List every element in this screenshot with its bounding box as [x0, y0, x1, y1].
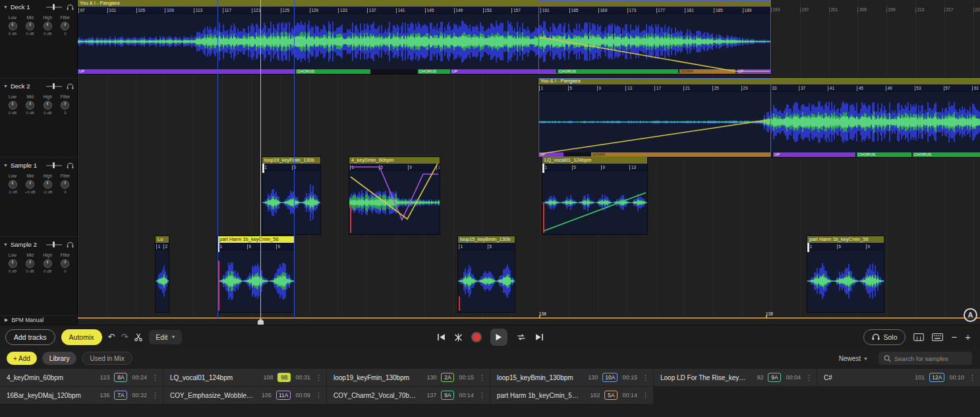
- section-title: Sample 1: [11, 162, 43, 169]
- more-menu-icon[interactable]: ⋮: [969, 373, 976, 382]
- sample-cell[interactable]: 4_keyDmin_60bpm1238A00:24⋮: [0, 369, 163, 386]
- loop-button[interactable]: [516, 333, 527, 341]
- more-menu-icon[interactable]: ⋮: [478, 391, 486, 400]
- mid-knob[interactable]: [26, 259, 34, 268]
- bar-number: 117: [223, 8, 231, 13]
- automix-button[interactable]: Automix: [61, 329, 102, 345]
- skip-to-start-button[interactable]: [437, 333, 446, 341]
- mid-knob[interactable]: [26, 101, 34, 110]
- fade-marker[interactable]: [350, 205, 351, 233]
- clip-sample2-partharm-b[interactable]: part Harm 1b_keyCmin_56159: [807, 236, 884, 312]
- skip-to-end-button[interactable]: [535, 333, 544, 341]
- filter-knob[interactable]: [61, 180, 69, 189]
- slider-thumb[interactable]: [53, 162, 55, 168]
- fade-marker[interactable]: [543, 203, 544, 233]
- clip-sample1-lqvocal[interactable]: LQ_vocal01_124bpm15913: [542, 157, 647, 234]
- play-button[interactable]: [490, 329, 507, 346]
- mid-knob[interactable]: [26, 180, 34, 189]
- sample-cell[interactable]: C#10112A00:10⋮: [817, 369, 980, 386]
- add-sample-button[interactable]: + Add: [7, 352, 37, 365]
- chevron-down-icon[interactable]: ▼: [3, 242, 8, 247]
- eq-knobs: Low0 dBMid0 dBHigh0 dBFilter0: [0, 90, 78, 115]
- tab-used-in-mix[interactable]: Used in Mix: [82, 352, 132, 365]
- high-knob[interactable]: [43, 101, 52, 110]
- clip-sample2-partharm-a[interactable]: part Harm 1b_keyCmin_56159: [217, 236, 294, 312]
- more-menu-icon[interactable]: ⋮: [152, 373, 159, 382]
- edit-menu-button[interactable]: Edit ▼: [149, 330, 182, 344]
- clip-title: LQ_vocal01_124bpm: [542, 157, 647, 164]
- redo-icon[interactable]: ↷: [121, 332, 128, 342]
- filter-knob[interactable]: [61, 22, 69, 30]
- keyboard-icon[interactable]: [932, 333, 943, 341]
- slider-thumb[interactable]: [53, 4, 55, 10]
- sample-cell[interactable]: 16Bar_keyDMaj_120bpm1367A00:32⋮: [0, 387, 163, 404]
- tab-library[interactable]: Library: [42, 352, 77, 365]
- crossfade-button[interactable]: [454, 333, 463, 342]
- sample-cell[interactable]: loop19_keyFmin_130bpm1302A00:15⋮: [327, 369, 490, 386]
- volume-slider[interactable]: [46, 162, 62, 168]
- sample-cell[interactable]: COY_Charm2_Vocal_70bpm_Bm1379A00:14⋮: [327, 387, 490, 404]
- sample-search[interactable]: [879, 352, 972, 365]
- sample-cell[interactable]: LQ_vocal01_124bpm1089B00:31⋮: [163, 369, 326, 386]
- clip-deck2[interactable]: You & I - Pangaea15913172125293337414549…: [538, 78, 980, 157]
- clip-sample1-4keydmin[interactable]: 4_keyDmin_60bpm15913: [349, 157, 440, 234]
- fade-marker[interactable]: [218, 261, 219, 311]
- timeline[interactable]: A You & I - Pangaea971011051091131171211…: [78, 0, 980, 325]
- low-knob[interactable]: [9, 101, 17, 110]
- clip-sample2-loop15[interactable]: loop15_keyBmin_130b15: [458, 236, 515, 312]
- playhead[interactable]: [260, 0, 261, 319]
- more-menu-icon[interactable]: ⋮: [315, 391, 322, 400]
- sample-cell[interactable]: loop15_keyBmin_130bpm13010A00:15⋮: [490, 369, 653, 386]
- volume-slider[interactable]: [46, 83, 62, 89]
- slider-thumb[interactable]: [53, 241, 55, 247]
- more-menu-icon[interactable]: ⋮: [805, 373, 813, 382]
- sample-cell[interactable]: Loop LD For The Rise_keyBmin_123bp...929…: [654, 369, 817, 386]
- zoom-out-button[interactable]: −: [951, 332, 957, 342]
- headphones-icon[interactable]: [67, 241, 74, 248]
- tempo-automation-line[interactable]: [78, 317, 980, 319]
- high-knob[interactable]: [43, 22, 52, 30]
- low-knob[interactable]: [9, 259, 17, 268]
- chevron-down-icon[interactable]: ▼: [3, 163, 8, 168]
- more-menu-icon[interactable]: ⋮: [642, 391, 649, 400]
- volume-slider[interactable]: [46, 241, 62, 247]
- segment-up: UP: [773, 152, 855, 157]
- volume-slider[interactable]: [46, 4, 62, 10]
- clip-deck1[interactable]: You & I - Pangaea97101105109113117121125…: [78, 0, 771, 74]
- record-button[interactable]: [473, 333, 480, 341]
- sort-dropdown[interactable]: Newest ▼: [839, 355, 868, 362]
- filter-knob[interactable]: [61, 101, 69, 110]
- fade-marker[interactable]: [459, 296, 460, 311]
- undo-icon[interactable]: ↶: [108, 332, 115, 342]
- zoom-in-button[interactable]: +: [965, 332, 971, 342]
- headphones-icon[interactable]: [67, 4, 74, 11]
- more-menu-icon[interactable]: ⋮: [152, 391, 159, 400]
- chevron-down-icon[interactable]: ▼: [3, 84, 8, 88]
- more-menu-icon[interactable]: ⋮: [315, 373, 322, 382]
- more-menu-icon[interactable]: ⋮: [642, 373, 649, 382]
- search-input[interactable]: [894, 355, 964, 362]
- high-knob[interactable]: [43, 259, 52, 268]
- bar-number: 121: [252, 8, 260, 13]
- clip-sample2-lo[interactable]: Lo12: [156, 236, 169, 312]
- playhead-handle[interactable]: [258, 319, 264, 325]
- headphones-icon[interactable]: [67, 83, 74, 90]
- solo-button[interactable]: Solo: [863, 329, 906, 345]
- sample-cell[interactable]: COY_Emphasize_Wobble_Vocal_105b...10511A…: [163, 387, 326, 404]
- add-tracks-button[interactable]: Add tracks: [5, 329, 55, 345]
- filter-knob[interactable]: [61, 259, 69, 268]
- section-title: Deck 2: [11, 82, 43, 90]
- clip-sample1-loop19[interactable]: loop19_keyFmin_130b15: [262, 157, 320, 234]
- mid-knob[interactable]: [26, 22, 34, 30]
- high-knob[interactable]: [43, 180, 52, 189]
- more-menu-icon[interactable]: ⋮: [478, 373, 486, 382]
- sample-cell[interactable]: part Harm 1b_keyCmin_56bpm1625A00:14⋮: [490, 387, 653, 404]
- scissors-icon[interactable]: [134, 333, 143, 342]
- chevron-down-icon[interactable]: ▼: [3, 5, 8, 9]
- low-knob[interactable]: [9, 180, 17, 189]
- slider-thumb[interactable]: [53, 83, 55, 89]
- bpm-mode-row[interactable]: ▶ BPM Manual: [0, 315, 78, 325]
- piano-icon[interactable]: [913, 333, 924, 341]
- low-knob[interactable]: [9, 22, 17, 30]
- headphones-icon[interactable]: [67, 162, 74, 169]
